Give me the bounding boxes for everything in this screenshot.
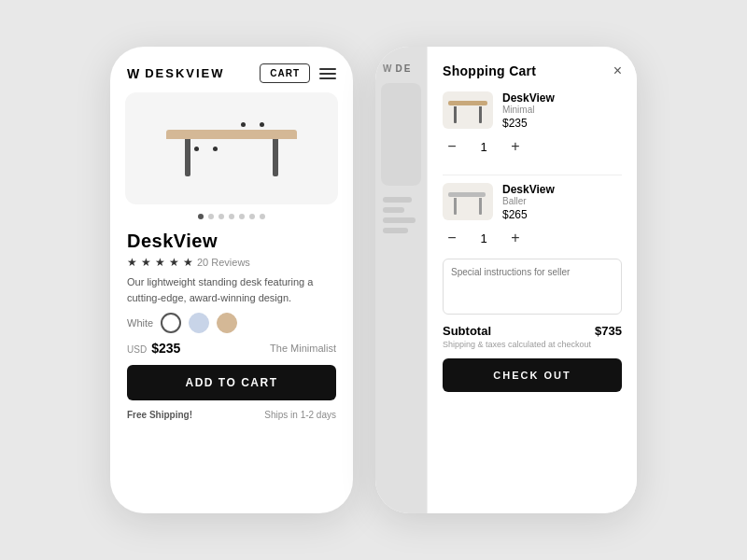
product-image-area xyxy=(125,92,338,204)
decrease-qty-2[interactable]: − xyxy=(443,229,461,247)
blurred-line-2 xyxy=(383,207,404,213)
close-button[interactable]: × xyxy=(613,63,622,78)
desk-top xyxy=(166,130,297,139)
blurred-left-panel: W DE xyxy=(375,47,427,513)
mini-desk-leg-right-1 xyxy=(479,106,482,123)
brand-name: DESKVIEW xyxy=(145,66,224,80)
nav-right: CART xyxy=(260,63,336,83)
dot-5[interactable] xyxy=(239,214,245,219)
mini-desk-top-2 xyxy=(448,192,486,197)
desk-dot-4 xyxy=(213,147,218,151)
qty-value-1: 1 xyxy=(476,140,491,154)
right-phone: W DE Shopping Cart × xyxy=(375,47,637,513)
brand-logo: W DESKVIEW xyxy=(127,66,225,81)
mini-desk-top-1 xyxy=(448,101,487,105)
cart-item-1-quantity: − 1 + xyxy=(443,137,622,156)
mini-desk-leg-right-2 xyxy=(479,198,482,215)
dot-indicators xyxy=(110,204,353,225)
reviews-count: 20 Reviews xyxy=(197,257,250,268)
product-description: Our lightweight standing desk featuring … xyxy=(127,274,336,305)
blurred-line-3 xyxy=(383,217,416,223)
star-1: ★ xyxy=(127,256,137,269)
blurred-line-1 xyxy=(383,197,412,203)
cart-item-1-variant: Minimal xyxy=(502,105,622,115)
mini-desk-leg-left-2 xyxy=(454,198,457,215)
blurred-w-icon: W xyxy=(383,63,391,74)
variant-name: The Minimalist xyxy=(270,343,336,354)
increase-qty-1[interactable]: + xyxy=(506,137,525,156)
color-swatch-tan[interactable] xyxy=(217,313,237,333)
subtotal-label: Subtotal xyxy=(443,324,491,338)
checkout-button[interactable]: CHECK OUT xyxy=(443,358,622,392)
free-shipping-label: Free Shipping! xyxy=(127,410,192,420)
menu-icon[interactable] xyxy=(319,68,336,79)
price-row: USD $235 The Minimalist xyxy=(127,341,336,356)
star-5: ★ xyxy=(183,256,193,269)
desk-leg-right xyxy=(273,139,278,176)
increase-qty-2[interactable]: + xyxy=(506,229,525,247)
price-section: USD $235 xyxy=(127,341,180,356)
nav-bar: W DESKVIEW CART xyxy=(110,47,353,92)
tax-note: Shipping & taxes calculated at checkout xyxy=(443,340,622,349)
subtotal-row: Subtotal $735 xyxy=(443,324,622,338)
dot-3[interactable] xyxy=(218,214,224,219)
blurred-text-lines xyxy=(375,186,427,245)
cart-header: Shopping Cart × xyxy=(443,63,622,78)
color-row: White xyxy=(127,313,336,333)
cart-item-2-details: DeskView Baller $265 xyxy=(502,183,622,221)
ships-label: Ships in 1-2 days xyxy=(264,410,336,420)
desk-dot-2 xyxy=(260,122,264,127)
star-3: ★ xyxy=(155,256,165,269)
decrease-qty-1[interactable]: − xyxy=(443,137,461,156)
w-icon: W xyxy=(127,66,141,81)
desk-dot-3 xyxy=(194,147,199,151)
desk-dot-1 xyxy=(241,122,246,127)
dot-2[interactable] xyxy=(208,214,214,219)
desk-illustration xyxy=(166,120,297,176)
cart-item-2-variant: Baller xyxy=(502,196,622,206)
blurred-nav: W DE xyxy=(375,47,427,83)
dot-6[interactable] xyxy=(249,214,255,219)
dot-1[interactable] xyxy=(198,214,204,219)
cart-item-2-quantity: − 1 + xyxy=(443,229,622,247)
color-swatch-white[interactable] xyxy=(161,313,181,333)
shipping-info: Free Shipping! Ships in 1-2 days xyxy=(127,410,336,420)
currency-label: USD xyxy=(127,344,147,355)
blurred-product-area xyxy=(381,83,421,186)
product-name: DeskView xyxy=(127,231,336,252)
left-phone: W DESKVIEW CART xyxy=(110,47,353,513)
cart-item-2-image xyxy=(443,183,493,220)
dot-4[interactable] xyxy=(229,214,234,219)
qty-value-2: 1 xyxy=(476,231,491,245)
mini-desk-baller xyxy=(448,189,487,215)
left-phone-inner: W DESKVIEW CART xyxy=(110,47,353,513)
color-swatch-blue[interactable] xyxy=(189,313,209,333)
cart-title: Shopping Cart xyxy=(443,63,536,78)
mini-desk-leg-left-1 xyxy=(454,106,457,123)
cart-item-2-price: $265 xyxy=(502,208,622,221)
cart-item-1-image xyxy=(443,91,493,129)
cart-item-1-price: $235 xyxy=(502,117,622,130)
cart-item-1-name: DeskView xyxy=(502,91,622,105)
cart-button[interactable]: CART xyxy=(260,63,310,83)
cart-item-2-name: DeskView xyxy=(502,183,622,196)
scene: W DESKVIEW CART xyxy=(110,47,637,513)
cart-item-1: DeskView Minimal $235 − 1 + xyxy=(443,91,622,156)
cart-item-1-top: DeskView Minimal $235 xyxy=(443,91,622,130)
cart-item-1-details: DeskView Minimal $235 xyxy=(502,91,622,130)
product-info: DeskView ★ ★ ★ ★ ★ 20 Reviews Our lightw… xyxy=(110,225,353,513)
product-price: $235 xyxy=(151,341,180,356)
cart-item-2-top: DeskView Baller $265 xyxy=(443,183,622,221)
blurred-line-4 xyxy=(383,228,408,233)
cart-item-2: DeskView Baller $265 − 1 + xyxy=(443,183,622,247)
blurred-brand: DE xyxy=(395,63,412,74)
stars-row: ★ ★ ★ ★ ★ 20 Reviews xyxy=(127,256,336,269)
star-4: ★ xyxy=(169,256,179,269)
color-label: White xyxy=(127,317,153,329)
add-to-cart-button[interactable]: ADD TO CART xyxy=(127,365,336,400)
dot-7[interactable] xyxy=(260,214,265,219)
subtotal-value: $735 xyxy=(595,324,622,338)
special-instructions-input[interactable] xyxy=(443,259,622,315)
divider-1 xyxy=(443,175,622,175)
star-2: ★ xyxy=(141,256,151,269)
